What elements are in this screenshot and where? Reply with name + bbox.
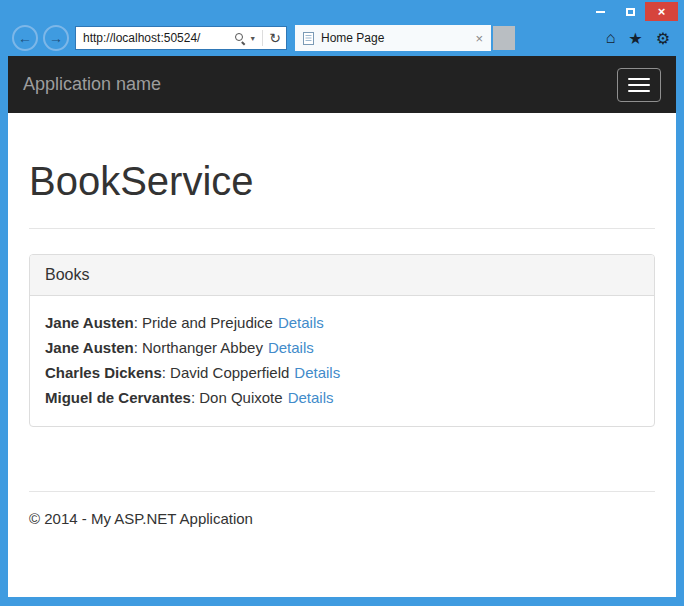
book-separator: :	[134, 339, 142, 356]
browser-window: × ← → http://localhost:50524/ ▼ ↻ Home P…	[0, 0, 684, 606]
browser-toolbar: ⌂ ★ ⚙	[606, 29, 672, 48]
hamburger-icon-bar	[628, 90, 650, 92]
book-author: Jane Austen	[45, 339, 134, 356]
book-author: Charles Dickens	[45, 364, 162, 381]
book-row: Charles Dickens: David CopperfieldDetail…	[45, 360, 639, 385]
details-link[interactable]: Details	[288, 389, 334, 406]
book-row: Miguel de Cervantes: Don QuixoteDetails	[45, 385, 639, 410]
address-bar[interactable]: http://localhost:50524/ ▼ ↻	[75, 26, 287, 50]
search-icon[interactable]	[235, 33, 246, 44]
site-navbar: Application name	[8, 56, 676, 113]
book-separator: :	[162, 364, 170, 381]
panel-heading: Books	[30, 255, 654, 296]
panel-body: Jane Austen: Pride and PrejudiceDetails …	[30, 296, 654, 426]
book-author: Miguel de Cervantes	[45, 389, 191, 406]
divider	[29, 228, 655, 229]
url-text[interactable]: http://localhost:50524/	[83, 31, 232, 45]
book-author: Jane Austen	[45, 314, 134, 331]
books-panel: Books Jane Austen: Pride and PrejudiceDe…	[29, 254, 655, 427]
title-bar: ×	[0, 0, 684, 24]
tab-title: Home Page	[321, 31, 384, 45]
tab-close-icon[interactable]: ×	[475, 31, 483, 46]
new-tab-button[interactable]	[493, 26, 515, 50]
details-link[interactable]: Details	[278, 314, 324, 331]
details-link[interactable]: Details	[294, 364, 340, 381]
navbar-brand-link[interactable]: Application name	[23, 74, 161, 95]
details-link[interactable]: Details	[268, 339, 314, 356]
maximize-button[interactable]	[615, 2, 645, 21]
book-title: Pride and Prejudice	[142, 314, 273, 331]
page-viewport: Application name BookService Books Jane …	[8, 56, 676, 597]
address-bar-divider	[262, 30, 263, 46]
browser-chrome-row: ← → http://localhost:50524/ ▼ ↻ Home Pag…	[0, 24, 684, 56]
book-separator: :	[134, 314, 142, 331]
hamburger-icon-bar	[628, 84, 650, 86]
footer-divider	[29, 491, 655, 492]
book-row: Jane Austen: Northanger AbbeyDetails	[45, 335, 639, 360]
book-title: Don Quixote	[199, 389, 282, 406]
close-icon: ×	[658, 4, 666, 19]
favorites-star-icon[interactable]: ★	[628, 29, 642, 48]
back-button[interactable]: ←	[12, 25, 38, 51]
footer: © 2014 - My ASP.NET Application	[29, 510, 655, 527]
copyright-text: © 2014 - My ASP.NET Application	[29, 510, 655, 527]
book-separator: :	[191, 389, 199, 406]
back-arrow-icon: ←	[18, 31, 32, 45]
forward-arrow-icon: →	[49, 31, 63, 45]
refresh-icon[interactable]: ↻	[269, 30, 281, 46]
settings-gear-icon[interactable]: ⚙	[656, 29, 670, 48]
browser-tab-home-page[interactable]: Home Page ×	[295, 25, 491, 51]
page-title: BookService	[29, 159, 655, 204]
chevron-down-icon[interactable]: ▼	[249, 35, 256, 42]
navbar-toggle-button[interactable]	[617, 68, 661, 102]
maximize-icon	[626, 8, 635, 16]
hamburger-icon-bar	[628, 78, 650, 80]
minimize-icon	[596, 11, 605, 13]
close-button[interactable]: ×	[645, 2, 678, 21]
page-main: BookService Books Jane Austen: Pride and…	[8, 113, 676, 597]
home-icon[interactable]: ⌂	[606, 29, 616, 47]
book-row: Jane Austen: Pride and PrejudiceDetails	[45, 310, 639, 335]
minimize-button[interactable]	[585, 2, 615, 21]
page-icon	[303, 32, 314, 45]
book-title: Northanger Abbey	[142, 339, 263, 356]
book-title: David Copperfield	[170, 364, 289, 381]
forward-button[interactable]: →	[43, 25, 69, 51]
